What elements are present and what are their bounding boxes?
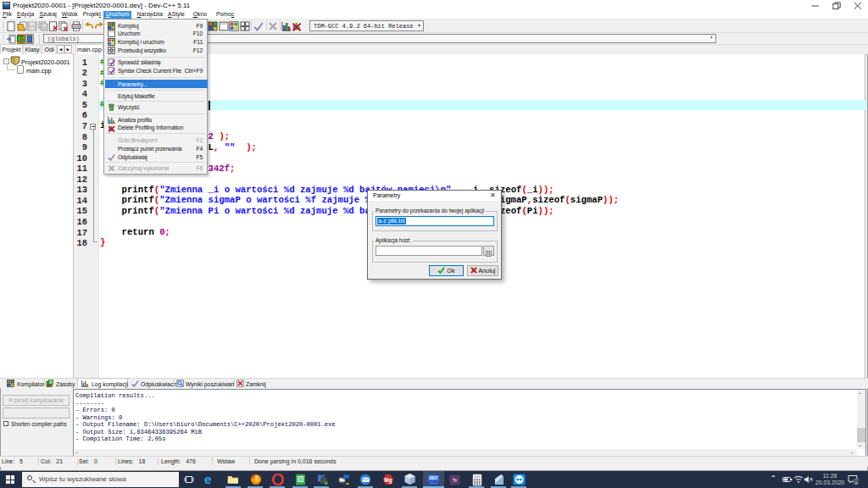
svg-text:Mg: Mg [384,477,392,484]
svg-text:Tr: Tr [453,478,458,483]
svg-text:6: 6 [854,480,857,485]
svg-text:C++: C++ [431,480,437,485]
